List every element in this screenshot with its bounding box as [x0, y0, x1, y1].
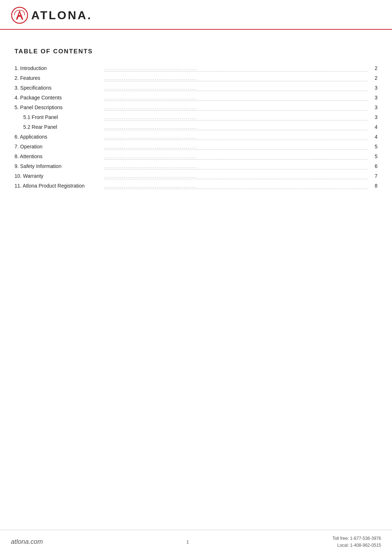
toc-dots: ........................................… — [105, 105, 367, 111]
toc-dots: ........................................… — [105, 154, 367, 160]
toc-dots: ........................................… — [105, 95, 367, 101]
footer-website: atlona.com — [11, 538, 43, 546]
toc-page: 4 — [370, 134, 377, 140]
toc-item-applications: 6. Applications ........................… — [15, 134, 377, 141]
toc-label: 9. Safety Information — [15, 163, 102, 169]
toc-dots: ........................................… — [105, 75, 367, 81]
footer-contact: Toll free: 1-877-536-3976 Local: 1-408-9… — [332, 535, 381, 549]
toc-label: 5.1 Front Panel — [15, 114, 102, 120]
toc-dots: ........................................… — [105, 134, 367, 140]
toc-page: 4 — [370, 124, 377, 130]
toc-label: 1. Introduction — [15, 65, 102, 71]
toc-heading: TABLE OF CONTENTS — [15, 48, 377, 55]
toc-dots: ........................................… — [105, 164, 367, 169]
toc-page: 3 — [370, 95, 377, 100]
toc-page: 3 — [370, 85, 377, 91]
toc-label: 4. Package Contents — [15, 95, 102, 100]
footer-local: Local: 1-408-962-0515 — [332, 542, 381, 549]
toc-item-specifications: 3. Specifications ......................… — [15, 85, 377, 93]
toc-dots: ........................................… — [105, 66, 367, 71]
toc-page: 2 — [370, 65, 377, 71]
toc-page: 5 — [370, 144, 377, 149]
toc-dots: ........................................… — [105, 115, 367, 120]
toc-label: 10. Warranty — [15, 173, 102, 179]
toc-page: 2 — [370, 75, 377, 81]
footer-page-number: 1 — [186, 539, 189, 545]
toc-page: 3 — [370, 104, 377, 110]
footer-toll-free: Toll free: 1-877-536-3976 — [332, 535, 381, 542]
toc-item-panel-descriptions: 5. Panel Descriptions ..................… — [15, 104, 377, 112]
toc-label: 2. Features — [15, 75, 102, 81]
toc-dots: ........................................… — [105, 85, 367, 91]
toc-item-introduction: 1. Introduction ........................… — [15, 65, 377, 73]
toc-label: 11. Atlona Product Registration — [15, 183, 102, 189]
toc-page: 6 — [370, 163, 377, 169]
logo-wordmark: ATLONA. — [31, 9, 92, 22]
toc-page: 8 — [370, 183, 377, 189]
toc-item-features: 2. Features ............................… — [15, 75, 377, 83]
page-header: ATLONA. — [0, 0, 392, 30]
toc-item-product-registration: 11. Atlona Product Registration ........… — [15, 183, 377, 190]
toc-dots: ........................................… — [105, 124, 367, 130]
page-footer: atlona.com 1 Toll free: 1-877-536-3976 L… — [0, 530, 392, 554]
toc-page: 3 — [370, 114, 377, 120]
toc-label: 6. Applications — [15, 134, 102, 140]
toc-item-warranty: 10. Warranty ...........................… — [15, 173, 377, 181]
logo-container: ATLONA. — [11, 7, 92, 24]
toc-item-operation: 7. Operation ...........................… — [15, 144, 377, 151]
main-content: TABLE OF CONTENTS 1. Introduction ......… — [0, 30, 392, 530]
toc-dots: ........................................… — [105, 183, 367, 189]
toc-dots: ........................................… — [105, 173, 367, 179]
toc-dots: ........................................… — [105, 144, 367, 150]
toc-item-attentions: 8. Attentions ..........................… — [15, 153, 377, 161]
toc-label: 5. Panel Descriptions — [15, 104, 102, 110]
toc-label: 7. Operation — [15, 144, 102, 149]
toc-item-front-panel: 5.1 Front Panel ........................… — [15, 114, 377, 122]
toc-label: 5.2 Rear Panel — [15, 124, 102, 130]
atlona-logo-icon — [11, 7, 28, 24]
toc-page: 7 — [370, 173, 377, 179]
toc-list: 1. Introduction ........................… — [15, 65, 377, 190]
toc-label: 8. Attentions — [15, 153, 102, 159]
toc-label: 3. Specifications — [15, 85, 102, 91]
toc-page: 5 — [370, 153, 377, 159]
toc-item-package-contents: 4. Package Contents ....................… — [15, 95, 377, 102]
toc-item-rear-panel: 5.2 Rear Panel .........................… — [15, 124, 377, 132]
toc-item-safety-information: 9. Safety Information ..................… — [15, 163, 377, 171]
